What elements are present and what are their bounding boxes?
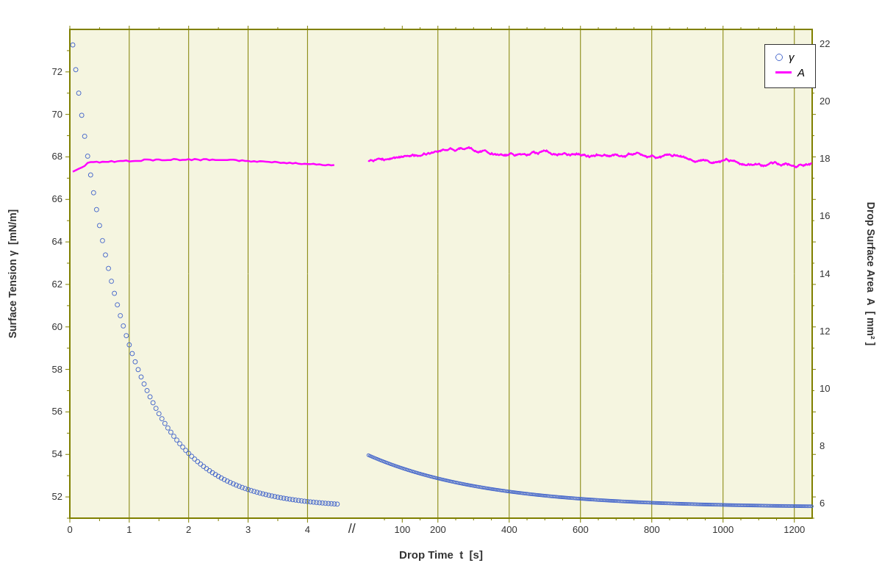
legend-item-area: A	[775, 66, 805, 79]
chart-canvas	[0, 0, 882, 588]
legend-gamma-icon	[775, 54, 783, 61]
legend-gamma-label: γ	[789, 51, 795, 63]
chart-container: γ A	[0, 0, 882, 588]
legend-item-gamma: γ	[775, 51, 805, 63]
legend: γ A	[764, 44, 816, 88]
legend-area-icon	[775, 71, 792, 74]
legend-area-label: A	[797, 66, 805, 79]
